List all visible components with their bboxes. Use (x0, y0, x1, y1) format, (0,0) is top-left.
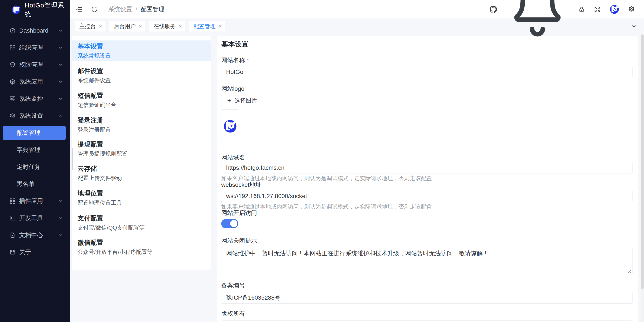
monitor-chart-icon (10, 96, 16, 102)
settings-menu-item-subtitle: 配置地理位置工具 (78, 199, 205, 207)
content-scrollbar[interactable] (640, 34, 644, 322)
breadcrumb-current: 配置管理 (141, 5, 164, 13)
websocket-label: websocket地址 (221, 181, 261, 189)
toggle-knob (230, 220, 238, 227)
sidebar-item-1[interactable]: 组织管理 (0, 39, 70, 56)
app-logo[interactable]: HotGo管理系统 (0, 0, 70, 19)
sidebar-item-6[interactable]: 配置管理 (0, 124, 70, 141)
content-area: 基本设置系统常规设置邮件设置系统邮件设置短信配置短信验证码平台登录注册登录注册配… (70, 34, 644, 322)
close-tab-icon[interactable]: × (178, 23, 182, 29)
sidebar-item-7[interactable]: 字典管理 (0, 141, 70, 158)
lock-icon[interactable] (578, 6, 585, 13)
sidebar-item-label: 系统监控 (19, 95, 58, 103)
notifications-button[interactable]: 1 (506, 0, 570, 42)
settings-menu-item-0[interactable]: 基本设置系统常规设置 (72, 40, 211, 61)
terminal-icon (10, 215, 16, 221)
gear-icon[interactable] (628, 6, 635, 13)
settings-menu-item-6[interactable]: 地理位置配置地理位置工具 (72, 189, 211, 207)
chevron-down-icon (58, 79, 63, 84)
websocket-input[interactable] (221, 190, 632, 202)
sidebar-item-2[interactable]: 权限管理 (0, 56, 70, 73)
form-heading: 基本设置 (221, 40, 248, 49)
content-scrollbar-thumb[interactable] (641, 34, 644, 289)
tab-2[interactable]: 在线服务× (149, 21, 185, 31)
sidebar-item-8[interactable]: 定时任务 (0, 158, 70, 175)
breadcrumb: 系统设置 / 配置管理 (108, 5, 164, 13)
site-name-input[interactable] (221, 66, 632, 78)
icp-input[interactable] (221, 292, 632, 304)
settings-menu-item-title: 支付配置 (78, 214, 205, 223)
topbar-left: 系统设置 / 配置管理 (70, 5, 164, 13)
closed-tip-textarea[interactable]: 网站维护中，暂时无法访问！本网站正在进行系统维护和技术升级，网站暂时无法访问，敬… (221, 247, 632, 274)
menu-fold-icon[interactable] (76, 6, 83, 13)
settings-menu-item-5[interactable]: 云存储配置上传文件驱动 (72, 164, 211, 182)
tab-3[interactable]: 配置管理× (189, 21, 225, 31)
hotgo-admin-app: HotGo管理系统 Dashboard组织管理权限管理系统应用系统监控系统设置配… (0, 0, 644, 322)
settings-menu-item-3[interactable]: 登录注册登录注册配置 (72, 116, 211, 134)
tab-label: 在线服务 (154, 22, 176, 30)
gear-icon (10, 113, 16, 119)
grid-icon (10, 198, 16, 204)
sidebar: HotGo管理系统 Dashboard组织管理权限管理系统应用系统监控系统设置配… (0, 0, 70, 322)
app-title: HotGo管理系统 (25, 1, 70, 18)
tab-1[interactable]: 后台用户× (109, 21, 145, 31)
sidebar-item-label: 权限管理 (19, 61, 58, 69)
settings-menu-item-subtitle: 系统邮件设置 (78, 76, 205, 84)
settings-menu-item-4[interactable]: 提现配置管理员提现规则配置 (72, 140, 211, 158)
pick-image-button[interactable]: 选择图片 (221, 95, 262, 106)
sidebar-item-label: 配置管理 (16, 129, 63, 137)
bell-icon (506, 38, 570, 41)
sidebar-item-label: Dashboard (19, 27, 58, 34)
settings-menu-item-2[interactable]: 短信配置短信验证码平台 (72, 91, 211, 109)
settings-menu-item-subtitle: 支付宝/微信/QQ支付配置等 (78, 224, 205, 232)
sidebar-item-13[interactable]: 关于 (0, 244, 70, 261)
settings-menu-item-7[interactable]: 支付配置支付宝/微信/QQ支付配置等 (72, 214, 211, 232)
sidebar-item-label: 关于 (19, 248, 63, 256)
sidebar-item-0[interactable]: Dashboard (0, 22, 70, 39)
settings-menu-item-title: 登录注册 (78, 116, 205, 125)
site-domain-label: 网站域名 (221, 154, 245, 161)
site-domain-input[interactable] (221, 162, 632, 174)
close-tab-icon[interactable]: × (219, 23, 222, 29)
sidebar-item-12[interactable]: 文档中心 (0, 227, 70, 244)
close-tab-icon[interactable]: × (99, 23, 102, 29)
copyright-input[interactable] (221, 321, 632, 322)
topbar: 系统设置 / 配置管理 1 (70, 0, 644, 19)
sidebar-item-10[interactable]: 插件应用 (0, 193, 70, 210)
tab-0[interactable]: 主控台× (75, 21, 106, 31)
github-icon[interactable] (490, 6, 497, 13)
user-avatar[interactable] (610, 4, 619, 14)
settings-menu-item-subtitle: 管理员提现规则配置 (78, 150, 205, 158)
settings-menu-item-title: 短信配置 (78, 91, 205, 100)
site-logo-preview[interactable] (221, 109, 239, 143)
settings-menu-item-1[interactable]: 邮件设置系统邮件设置 (72, 67, 211, 84)
sidebar-item-4[interactable]: 系统监控 (0, 90, 70, 107)
required-asterisk: * (247, 57, 249, 63)
site-name-label: 网站名称* (221, 56, 249, 64)
settings-menu-card: 基本设置系统常规设置邮件设置系统邮件设置短信配置短信验证码平台登录注册登录注册配… (72, 36, 211, 270)
chevron-down-icon (58, 233, 63, 238)
koala-logo-icon (12, 5, 21, 14)
refresh-icon[interactable] (91, 6, 98, 13)
pick-image-label: 选择图片 (235, 97, 257, 104)
site-access-toggle[interactable] (221, 219, 238, 228)
document-icon (10, 232, 16, 238)
site-access-label: 网站开启访问 (221, 209, 257, 217)
sidebar-item-11[interactable]: 开发工具 (0, 210, 70, 227)
sidebar-item-9[interactable]: 黑名单 (0, 175, 70, 193)
cube-icon (10, 79, 16, 85)
sidebar-item-label: 组织管理 (19, 44, 58, 52)
settings-menu-item-title: 微信配置 (78, 238, 205, 247)
close-tab-icon[interactable]: × (139, 23, 142, 29)
site-name-label-text: 网站名称 (221, 57, 245, 63)
settings-menu-item-8[interactable]: 微信配置公众号/开放平台/小程序配置等 (72, 238, 211, 256)
settings-menu-item-title: 基本设置 (78, 42, 205, 51)
fullscreen-icon[interactable] (594, 6, 601, 13)
chevron-down-icon (58, 62, 63, 67)
topbar-right: 1 (490, 0, 644, 42)
tab-label: 后台用户 (114, 22, 136, 30)
sidebar-item-3[interactable]: 系统应用 (0, 73, 70, 90)
site-logo-label: 网站logo (221, 85, 244, 93)
breadcrumb-parent[interactable]: 系统设置 (108, 5, 132, 13)
sidebar-item-5[interactable]: 系统设置 (0, 107, 70, 124)
